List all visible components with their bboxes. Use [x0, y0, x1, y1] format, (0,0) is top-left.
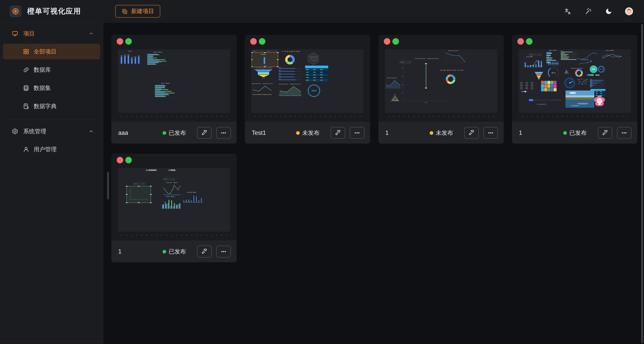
new-project-button[interactable]: 新建项目	[115, 5, 160, 18]
sidebar-item-data-dictionary[interactable]: 数据字典	[3, 98, 100, 114]
svg-text:student_flower_amount: student_flower_amount	[429, 58, 439, 59]
avatar-image	[625, 5, 633, 18]
svg-text:二年级: 二年级	[288, 51, 291, 52]
more-button[interactable]	[617, 127, 632, 139]
sidebar-item-database[interactable]: 数据库	[3, 62, 100, 78]
status-badge: 未发布	[430, 129, 453, 137]
thumbnail-charts: price346538054043259829663385data1data2d…	[118, 49, 230, 113]
sidebar-item-all-projects[interactable]: 全部项目	[3, 44, 100, 59]
thumbnail-charts: SQL数据源测试API数据集class_hourpricedata1data2合…	[118, 168, 230, 232]
green-dot	[526, 38, 532, 45]
svg-text:student_attend_count: student_attend_count	[449, 50, 459, 51]
project-thumbnail: 价格课时data1data2data1data236 %MonTueWedThc…	[518, 49, 631, 113]
more-button[interactable]	[484, 127, 498, 139]
thumbnail-charts: student_attend_countstudent_attend_count…	[385, 49, 497, 113]
project-card[interactable]: price346538054043259829663385data1data2d…	[111, 35, 236, 144]
svg-text:data1: data1	[155, 51, 157, 53]
status-dot	[430, 131, 433, 135]
sidebar-item-user-management[interactable]: 用户管理	[3, 141, 100, 157]
more-button[interactable]	[350, 127, 364, 139]
project-card[interactable]: SQL数据源测试API数据集class_hourpricedata1data2合…	[111, 154, 236, 262]
svg-text:3385: 3385	[138, 56, 140, 56]
svg-text:二年级: 二年级	[260, 67, 263, 68]
copy-plus-icon	[122, 8, 128, 14]
menu-group-projects[interactable]: 项目	[3, 28, 100, 39]
svg-text:chineseScore: chineseScore	[583, 59, 589, 60]
edit-button[interactable]	[464, 127, 479, 139]
svg-text:四年级: 四年级	[262, 77, 265, 79]
svg-text:三年级: 三年级	[264, 67, 267, 68]
app-title: 橙单可视化应用	[27, 6, 81, 16]
status-dot	[563, 131, 567, 135]
sidebar-item-label: 数据库	[34, 66, 51, 74]
svg-text:Mon: Mon	[572, 68, 574, 69]
edit-button[interactable]	[598, 127, 612, 139]
sidebar-item-label: 用户管理	[34, 146, 56, 153]
edit-button[interactable]	[197, 246, 212, 258]
more-button[interactable]	[216, 246, 231, 258]
edit-button[interactable]	[197, 127, 212, 139]
status-label: 已发布	[569, 129, 586, 137]
status-dot	[162, 250, 166, 254]
menu-group-system[interactable]: 系统管理	[3, 125, 100, 137]
svg-text:四年级: 四年级	[297, 51, 300, 52]
user-icon	[23, 146, 29, 153]
svg-text:献花数量: 献花数量	[262, 54, 266, 55]
database-icon	[23, 85, 29, 91]
status-label: 已发布	[169, 248, 186, 256]
sidebar-item-dataset[interactable]: 数据集	[3, 80, 100, 96]
svg-text:3465: 3465	[120, 55, 122, 56]
green-dot	[125, 38, 132, 45]
sidebar-item-label: 数据字典	[34, 102, 56, 110]
document-icon	[23, 103, 29, 109]
moon-icon	[605, 8, 612, 15]
app-logo	[10, 5, 22, 17]
dotted-divider	[252, 116, 364, 117]
new-project-label: 新建项目	[131, 7, 154, 15]
svg-text:四年级: 四年级	[269, 67, 272, 69]
dotted-divider	[118, 235, 230, 236]
project-thumbnail: price346538054043259829663385data1data2d…	[118, 49, 230, 113]
status-dot	[296, 131, 300, 135]
svg-text:3805: 3805	[124, 55, 126, 56]
red-dot	[517, 38, 524, 45]
hammer-icon	[334, 129, 342, 136]
red-dot	[384, 38, 390, 45]
green-dot	[392, 38, 399, 45]
project-card[interactable]: 价格课时data1data2data1data236 %MonTueWedThc…	[512, 35, 637, 144]
svg-text:合计价格: 合计价格	[188, 192, 192, 193]
more-button[interactable]	[216, 127, 231, 139]
status-label: 未发布	[302, 129, 320, 137]
project-card[interactable]: 献花数量一年级一年级二年级三年级四年级四年级一年级二年级三年级四年级studen…	[245, 35, 370, 144]
theme-skin-button[interactable]	[584, 7, 592, 15]
ellipsis-icon	[487, 129, 494, 136]
svg-text:data2: data2	[160, 51, 162, 53]
menu-group-label: 系统管理	[23, 127, 84, 135]
orange-wheel-icon	[12, 7, 20, 15]
user-avatar[interactable]	[625, 7, 633, 15]
svg-text:Thu: Thu	[452, 70, 454, 71]
app-header: 橙单可视化应用	[0, 0, 103, 23]
svg-text:50%: 50%	[592, 68, 595, 70]
edit-button[interactable]	[331, 127, 345, 139]
grid-icon	[23, 48, 29, 55]
dark-mode-button[interactable]	[604, 7, 613, 15]
svg-text:2966: 2966	[134, 56, 136, 57]
sidebar-bottom-divider	[0, 342, 103, 342]
svg-text:A: A	[568, 11, 570, 15]
monitor-icon	[12, 30, 18, 37]
ellipsis-icon	[621, 129, 628, 136]
green-dot	[259, 38, 266, 45]
svg-text:API数据集: API数据集	[168, 169, 176, 171]
side-menu: 项目 全部项目 数据库 数据集	[0, 23, 103, 157]
language-button[interactable]: 文 A	[564, 7, 572, 15]
main-scrollbar-thumb[interactable]	[641, 24, 643, 343]
menu-divider	[7, 119, 96, 120]
svg-text:data2: data2	[172, 196, 175, 197]
sidebar: 橙单可视化应用 项目 全部项目 数据库	[0, 0, 103, 344]
svg-text:student_attend_count: student_attend_count	[253, 83, 261, 84]
project-card[interactable]: student_attend_countstudent_attend_count…	[378, 35, 504, 144]
green-dot	[125, 157, 132, 163]
red-dot	[117, 38, 123, 45]
topbar-actions: 文 A	[564, 7, 633, 15]
